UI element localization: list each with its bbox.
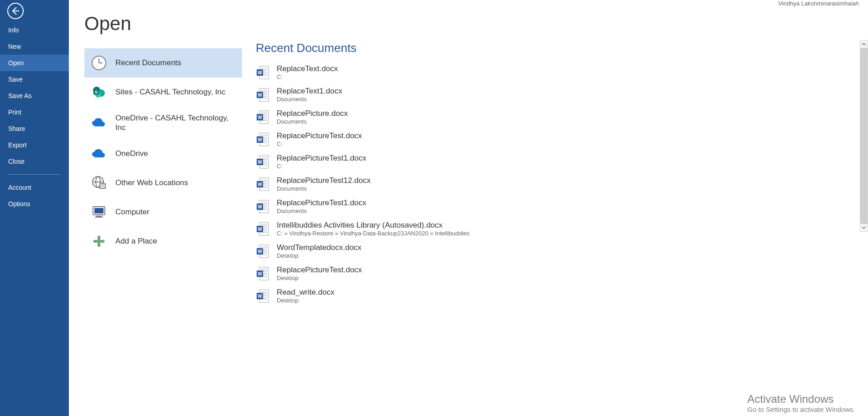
- word-doc-icon: W: [256, 132, 269, 147]
- file-name: Intellibuddies Activities Library (Autos…: [277, 221, 470, 230]
- svg-text:W: W: [258, 294, 262, 299]
- word-doc-icon: W: [256, 65, 269, 80]
- nav-close[interactable]: Close: [0, 153, 69, 170]
- place-sites[interactable]: S Sites - CASAHL Technology, Inc: [84, 78, 242, 107]
- scroll-up-arrow-icon[interactable]: [860, 41, 868, 48]
- place-label: OneDrive: [115, 149, 236, 158]
- file-name: ReplacePictureTest.docx: [277, 265, 362, 275]
- file-name: Read_write.docx: [277, 288, 335, 297]
- nav-new[interactable]: New: [0, 38, 69, 55]
- nav-save-as[interactable]: Save As: [0, 88, 69, 104]
- back-arrow-icon: [6, 2, 25, 20]
- svg-rect-21: [93, 240, 104, 243]
- nav-label: Save As: [8, 92, 31, 99]
- clock-icon: [91, 55, 107, 71]
- svg-text:W: W: [258, 271, 262, 276]
- place-other-web[interactable]: Other Web Locations: [84, 168, 242, 198]
- word-doc-icon: W: [256, 266, 269, 281]
- scroll-down-arrow-icon[interactable]: [860, 224, 868, 231]
- place-label: Computer: [115, 207, 236, 217]
- word-doc-icon: W: [256, 222, 269, 236]
- file-path: Desktop: [277, 252, 362, 259]
- place-add[interactable]: Add a Place: [84, 227, 242, 256]
- file-path: Documents: [277, 208, 367, 214]
- file-name: ReplacePictureTest1.docx: [277, 154, 367, 163]
- nav-options[interactable]: Options: [0, 196, 69, 212]
- file-row[interactable]: W Read_write.docxDesktop: [256, 285, 842, 307]
- svg-text:S: S: [95, 90, 98, 94]
- recent-section-title: Recent Documents: [256, 41, 842, 55]
- file-row[interactable]: W WordTemplatedocx.docxDesktop: [256, 240, 842, 263]
- file-text: Intellibuddies Activities Library (Autos…: [277, 221, 470, 237]
- file-row[interactable]: W ReplacePicture.docxDocuments: [256, 106, 842, 129]
- file-path: C:: [277, 140, 362, 147]
- svg-rect-13: [100, 184, 105, 188]
- file-name: ReplacePictureTest.docx: [277, 131, 362, 140]
- nav-label: Account: [8, 184, 31, 191]
- file-row[interactable]: W ReplacePictureTest.docxDesktop: [256, 263, 842, 285]
- file-text: ReplacePictureTest12.docxDocuments: [277, 176, 371, 192]
- place-label: Recent Documents: [115, 58, 236, 68]
- file-row[interactable]: W ReplacePictureTest.docxC:: [256, 129, 842, 151]
- page-title: Open: [84, 13, 242, 35]
- file-row[interactable]: W ReplaceText1.docxDocuments: [256, 84, 842, 106]
- file-path: C: » Vindhya-Restore » Vindhya-Data-Back…: [277, 230, 470, 237]
- sharepoint-icon: S: [91, 84, 107, 100]
- file-name: ReplacePicture.docx: [277, 109, 348, 118]
- scroll-track[interactable]: [860, 48, 868, 224]
- word-doc-icon: W: [256, 155, 269, 169]
- backstage-sidebar: Info New Open Save Save As Print Share E…: [0, 0, 69, 416]
- file-name: ReplacePictureTest1.docx: [277, 198, 367, 208]
- nav-account[interactable]: Account: [0, 179, 69, 196]
- place-label: OneDrive - CASAHL Technology, Inc: [115, 113, 236, 133]
- place-recent-documents[interactable]: Recent Documents: [84, 48, 242, 78]
- svg-rect-19: [95, 217, 103, 218]
- file-text: ReplacePictureTest.docxDesktop: [277, 265, 362, 281]
- files-column: Recent Documents W ReplaceText.docxC: W …: [242, 0, 868, 416]
- place-computer[interactable]: Computer: [84, 198, 242, 227]
- place-onedrive[interactable]: OneDrive: [84, 139, 242, 168]
- scroll-thumb[interactable]: [860, 48, 868, 224]
- nav-open[interactable]: Open: [0, 55, 69, 71]
- nav-label: Open: [8, 59, 24, 67]
- nav-info[interactable]: Info: [0, 22, 69, 38]
- svg-rect-18: [96, 216, 102, 217]
- file-path: C:: [277, 73, 338, 80]
- sidebar-divider: [8, 174, 61, 175]
- file-path: C:: [277, 163, 367, 170]
- file-row[interactable]: W ReplacePictureTest12.docxDocuments: [256, 173, 842, 196]
- places-list: Recent Documents S Sites - CASAHL Techno…: [84, 48, 242, 256]
- place-onedrive-business[interactable]: OneDrive - CASAHL Technology, Inc: [84, 107, 242, 139]
- scrollbar[interactable]: [860, 40, 868, 232]
- nav-print[interactable]: Print: [0, 104, 69, 120]
- file-row[interactable]: W ReplaceText.docxC:: [256, 62, 842, 84]
- file-path: Documents: [277, 185, 371, 192]
- file-row[interactable]: W Intellibuddies Activities Library (Aut…: [256, 218, 842, 240]
- file-text: WordTemplatedocx.docxDesktop: [277, 243, 362, 259]
- files-list: Recent Documents W ReplaceText.docxC: W …: [256, 13, 860, 416]
- nav-export[interactable]: Export: [0, 137, 69, 153]
- onedrive-icon: [91, 114, 107, 131]
- file-path: Documents: [277, 118, 348, 125]
- file-text: ReplaceText1.docxDocuments: [277, 87, 342, 103]
- svg-text:W: W: [258, 160, 262, 165]
- file-path: Desktop: [277, 275, 362, 281]
- file-row[interactable]: W ReplacePictureTest1.docxDocuments: [256, 196, 842, 218]
- nav-label: Options: [8, 200, 30, 208]
- place-label: Add a Place: [115, 236, 236, 246]
- back-button[interactable]: [5, 0, 26, 22]
- nav-label: Share: [8, 125, 25, 132]
- globe-icon: [91, 175, 107, 191]
- nav-share[interactable]: Share: [0, 120, 69, 137]
- file-text: ReplacePictureTest.docxC:: [277, 131, 362, 147]
- file-text: ReplacePictureTest1.docxDocuments: [277, 198, 367, 214]
- file-name: WordTemplatedocx.docx: [277, 243, 362, 252]
- file-path: Desktop: [277, 297, 335, 304]
- word-doc-icon: W: [256, 110, 269, 125]
- file-text: ReplaceText.docxC:: [277, 64, 338, 80]
- nav-label: Close: [8, 158, 25, 165]
- file-row[interactable]: W ReplacePictureTest1.docxC:: [256, 151, 842, 173]
- nav-save[interactable]: Save: [0, 71, 69, 88]
- file-text: ReplacePicture.docxDocuments: [277, 109, 348, 125]
- svg-text:W: W: [258, 249, 262, 254]
